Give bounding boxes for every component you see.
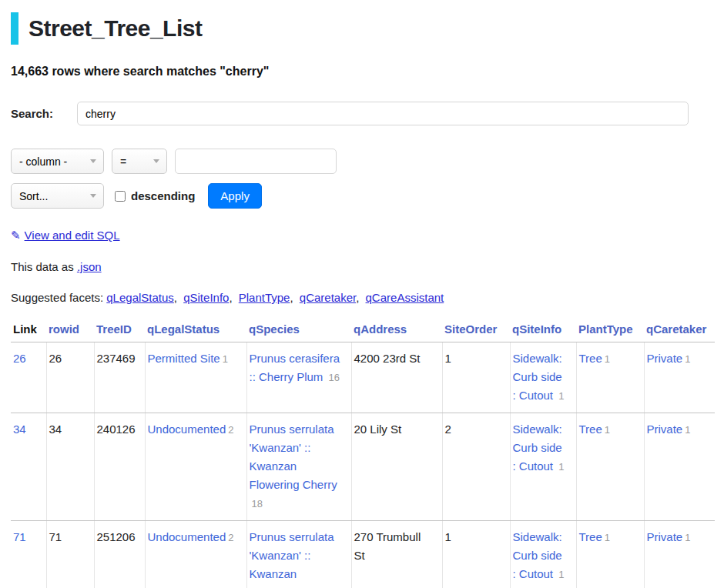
apply-button[interactable]: Apply — [208, 183, 262, 209]
cell-qsiteinfo: Sidewalk: Curb side : Cutout 1 — [510, 342, 576, 413]
sort-column-link[interactable]: qAddress — [354, 322, 407, 336]
cell-planttype: Tree1 — [576, 521, 644, 588]
cell-treeid: 251206 — [94, 521, 145, 588]
column-header-rowid: rowid — [46, 319, 94, 342]
search-label: Search: — [11, 107, 77, 120]
facet-value-link[interactable]: Prunus serrulata 'Kwanzan' :: Kwanzan Fl… — [250, 530, 337, 588]
op-select-wrap: = — [112, 149, 167, 174]
facet-value-link[interactable]: Private — [647, 352, 683, 365]
facet-count: 1 — [685, 532, 690, 543]
cell-treeid: 237469 — [94, 342, 145, 413]
cell-qlegalstatus: Undocumented2 — [145, 413, 246, 521]
cell-qcaretaker: Private1 — [644, 413, 715, 521]
descending-label: descending — [131, 189, 195, 202]
cell-row-link: 71 — [11, 521, 46, 588]
facet-count: 1 — [605, 532, 610, 543]
facet-count: 1 — [223, 353, 228, 365]
facet-value-link[interactable]: Permitted Site — [148, 352, 220, 365]
search-input[interactable] — [77, 102, 689, 125]
row-link[interactable]: 34 — [13, 423, 26, 436]
facet-value-link[interactable]: Sidewalk: Curb side : Cutout — [513, 352, 562, 402]
results-table: Link rowid TreeID qLegalStatus qSpecies … — [11, 319, 715, 588]
facet-separator: , — [356, 291, 359, 304]
facet-value-link[interactable]: Prunus cerasifera :: Cherry Plum — [250, 352, 340, 383]
facet-value-link[interactable]: Prunus serrulata 'Kwanzan' :: Kwanzan Fl… — [250, 423, 337, 491]
cell-treeid: 240126 — [94, 413, 145, 521]
sql-line: ✎View and edit SQL — [11, 229, 724, 242]
cell-qspecies: Prunus serrulata 'Kwanzan' :: Kwanzan Fl… — [246, 413, 351, 521]
facet-link-qcaretaker[interactable]: qCaretaker — [300, 291, 356, 304]
sort-column-link[interactable]: TreeID — [96, 322, 132, 336]
view-edit-sql-link[interactable]: View and edit SQL — [25, 229, 120, 242]
column-header-siteorder: SiteOrder — [442, 319, 510, 342]
cell-row-link: 26 — [11, 342, 46, 413]
facet-value-link[interactable]: Private — [647, 423, 683, 436]
facet-count: 16 — [329, 372, 340, 383]
cell-qlegalstatus: Permitted Site1 — [145, 342, 246, 413]
cell-siteorder: 1 — [442, 342, 510, 413]
facet-link-qsiteinfo[interactable]: qSiteInfo — [183, 291, 229, 304]
table-header-row: Link rowid TreeID qLegalStatus qSpecies … — [11, 319, 715, 342]
facet-value-link[interactable]: Undocumented — [148, 423, 226, 436]
column-header-qaddress: qAddress — [351, 319, 442, 342]
filter-column-select[interactable]: - column - — [11, 149, 104, 174]
accent-bar — [11, 12, 18, 45]
filter-value-input[interactable] — [175, 149, 337, 174]
sort-select-wrap: Sort... — [11, 183, 104, 209]
sort-column-link[interactable]: qCaretaker — [646, 322, 706, 336]
sort-row: Sort... descending Apply — [11, 183, 724, 209]
cell-planttype: Tree1 — [576, 342, 644, 413]
facet-count: 1 — [605, 424, 610, 436]
column-header-link: Link — [11, 319, 46, 342]
facet-value-link[interactable]: Tree — [579, 423, 602, 436]
cell-siteorder: 1 — [442, 521, 510, 588]
sort-column-link[interactable]: SiteOrder — [444, 322, 497, 336]
cell-qcaretaker: Private1 — [644, 342, 715, 413]
cell-qspecies: Prunus serrulata 'Kwanzan' :: Kwanzan Fl… — [246, 521, 351, 588]
row-link[interactable]: 71 — [13, 530, 26, 543]
facet-value-link[interactable]: Tree — [579, 530, 602, 543]
facet-value-link[interactable]: Sidewalk: Curb side : Cutout — [513, 423, 562, 473]
data-as-prefix: This data as — [11, 260, 74, 273]
cell-qaddress: 270 Trumbull St — [351, 521, 442, 588]
sort-column-link[interactable]: rowid — [49, 322, 79, 336]
filter-operator-select[interactable]: = — [112, 149, 167, 174]
sort-column-link[interactable]: PlantType — [578, 322, 633, 336]
suggested-facets: Suggested facets: qLegalStatus, qSiteInf… — [11, 291, 724, 304]
facet-count: 18 — [252, 498, 263, 509]
table-row: 71 71 251206 Undocumented2 Prunus serrul… — [11, 521, 715, 588]
facet-count: 1 — [685, 424, 690, 436]
facet-count: 1 — [605, 353, 610, 365]
page-header: Street_Tree_List — [11, 12, 724, 45]
sort-column-link[interactable]: qLegalStatus — [147, 322, 220, 336]
column-header-qcaretaker: qCaretaker — [644, 319, 715, 342]
cell-qaddress: 20 Lily St — [351, 413, 442, 521]
column-header-planttype: PlantType — [576, 319, 644, 342]
sort-column-link[interactable]: qSpecies — [249, 322, 300, 336]
sort-column-link[interactable]: qSiteInfo — [512, 322, 561, 336]
facet-link-planttype[interactable]: PlantType — [239, 291, 290, 304]
facet-link-qcareassistant[interactable]: qCareAssistant — [366, 291, 444, 304]
facet-value-link[interactable]: Private — [647, 530, 683, 543]
cell-qsiteinfo: Sidewalk: Curb side : Cutout 1 — [510, 521, 576, 588]
export-line: This data as .json — [11, 260, 724, 273]
json-export-link[interactable]: .json — [77, 260, 102, 273]
descending-checkbox[interactable] — [115, 191, 126, 202]
sort-select[interactable]: Sort... — [11, 183, 104, 209]
row-link[interactable]: 26 — [13, 352, 26, 365]
column-select-wrap: - column - — [11, 149, 104, 174]
facet-separator: , — [174, 291, 177, 304]
facet-link-qlegalstatus[interactable]: qLegalStatus — [106, 291, 174, 304]
table-row: 26 26 237469 Permitted Site1 Prunus cera… — [11, 342, 715, 413]
page-title: Street_Tree_List — [28, 12, 202, 45]
facet-value-link[interactable]: Tree — [579, 352, 602, 365]
cell-siteorder: 2 — [442, 413, 510, 521]
facet-value-link[interactable]: Sidewalk: Curb side : Cutout — [513, 530, 562, 580]
facet-separator: , — [290, 291, 293, 304]
cell-rowid: 26 — [46, 342, 94, 413]
facet-value-link[interactable]: Undocumented — [148, 530, 226, 543]
facet-separator: , — [229, 291, 232, 304]
search-row: Search: — [11, 102, 724, 125]
facets-prefix: Suggested facets: — [11, 291, 103, 304]
filter-row: - column - = — [11, 149, 724, 174]
